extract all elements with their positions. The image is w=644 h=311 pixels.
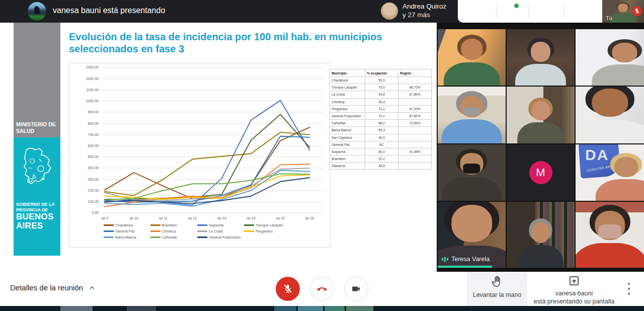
svg-text:se 16: se 16: [305, 216, 314, 220]
participant-tile-woman-pink-mask-red-shirt[interactable]: [576, 202, 644, 268]
table-cell: [398, 163, 432, 170]
more-options-button[interactable]: [625, 283, 632, 295]
os-taskbar-edge: [0, 306, 644, 311]
municipality-table: Municipio% ocupaciónRegión Chacabuco50,0…: [330, 69, 432, 170]
participant-overlay-count: y 27 más: [403, 11, 430, 19]
camera-toggle-button[interactable]: [344, 277, 368, 301]
hang-up-button[interactable]: [310, 277, 334, 301]
speaking-indicator-bar: [438, 266, 492, 268]
table-row: Bahía Blanca59,3: [330, 127, 432, 134]
participant-tile-man-looking-down-pen[interactable]: [576, 87, 644, 143]
person-silhouette: [445, 33, 499, 86]
table-column-header: Municipio: [330, 69, 365, 77]
table-cell: 59,3: [365, 127, 398, 134]
svg-text:200,00: 200,00: [88, 189, 99, 192]
table-cell: General Paz: [330, 141, 365, 148]
svg-text:1300,00: 1300,00: [86, 65, 99, 69]
raise-hand-button[interactable]: Levantar la mano: [467, 272, 527, 306]
table-cell: 73,1: [365, 105, 398, 112]
svg-text:400,00: 400,00: [88, 166, 99, 170]
participant-tile-woman-blonde-flag[interactable]: DAOCENTES ARGEN: [576, 144, 644, 201]
table-cell: 48,5: [365, 163, 398, 170]
svg-text:se 10: se 10: [130, 216, 138, 220]
legend-item: Trenque Lauquen: [244, 223, 291, 227]
table-cell: 57,20%: [398, 105, 432, 112]
self-mic-muted-badge: [632, 6, 642, 16]
participant-name: Teresa Varela: [442, 256, 490, 263]
person-silhouette: [443, 146, 500, 201]
slide-gray-band: [14, 23, 60, 137]
raise-hand-icon: [491, 275, 503, 288]
table-row: Trenque Lauquen75,048,70%: [330, 84, 432, 91]
presented-screen: MINISTERIO DE SALUD GOBIERNO DE LA PROVI…: [0, 23, 437, 272]
meeting-details-toggle[interactable]: Detalles de la reunión: [10, 283, 96, 292]
person-silhouette: [593, 37, 644, 86]
svg-text:700,00: 700,00: [88, 133, 99, 136]
table-cell: [398, 77, 432, 84]
legend-swatch: [197, 224, 207, 225]
self-view-tile[interactable]: Tú: [602, 0, 644, 23]
table-cell: 22,2: [365, 156, 398, 163]
legend-item: La Costa: [197, 229, 244, 233]
table-row: Chivilcoy30,4: [330, 98, 432, 105]
table-cell: Bahía Blanca: [330, 127, 365, 134]
chat-notification-badge: [514, 4, 519, 8]
legend-item: Cañuelas: [150, 236, 197, 239]
person-silhouette: [516, 36, 565, 86]
table-cell: [398, 98, 432, 105]
legend-swatch: [197, 230, 207, 231]
table-row: Cañuelas88,272,66%: [330, 120, 432, 127]
participant-tile-woman-closeup-speaking[interactable]: Teresa Varela: [438, 202, 506, 268]
legend-swatch: [197, 237, 207, 238]
participant-tile-man-gray-beard-blue-shirt[interactable]: [438, 87, 506, 143]
raise-hand-label: Levantar la mano: [467, 291, 527, 298]
table-row: General Pueyrredón70,167,80%: [330, 112, 432, 119]
mic-toggle-button[interactable]: [276, 277, 300, 301]
participant-tile-woman-striped-sweater-office[interactable]: [507, 87, 575, 143]
table-cell: 67,80%: [398, 112, 432, 119]
table-cell: Suipacha: [330, 148, 365, 155]
table-cell: [398, 127, 432, 134]
legend-item: Chivilcoy: [150, 229, 197, 233]
svg-text:se 15: se 15: [276, 216, 285, 220]
legend-swatch: [150, 237, 160, 238]
table-cell: Trenque Lauquen: [330, 84, 365, 91]
divider: [564, 5, 564, 18]
table-cell: Chivilcoy: [330, 98, 365, 105]
table-cell: 40,0: [365, 134, 398, 141]
table-row: La Costa93,867,80%: [330, 91, 432, 98]
svg-text:100,00: 100,00: [88, 200, 99, 203]
audio-indicator-icon: [442, 256, 448, 262]
incidence-line-chart: 0,00100,00200,00300,00400,00500,00600,00…: [69, 63, 331, 248]
presenting-status[interactable]: vanesa bauni está presentando su pantall…: [527, 272, 621, 306]
table-cell: 80,0: [365, 148, 398, 155]
province-map-graphic: [17, 146, 56, 198]
person-silhouette: [442, 89, 501, 143]
person-silhouette: [597, 151, 644, 201]
legend-swatch: [104, 230, 114, 231]
table-header-row: Municipio% ocupaciónRegión: [330, 69, 432, 77]
participant-tile-man-leaning-on-hand[interactable]: [576, 29, 644, 86]
participant-tile-woman-glasses-brick-wall[interactable]: [507, 29, 575, 86]
table-cell: 72,66%: [398, 120, 432, 127]
participant-tile-man-glasses-bookshelf[interactable]: [507, 202, 575, 268]
svg-text:se 11: se 11: [159, 216, 168, 220]
call-controls: [276, 277, 368, 301]
legend-swatch: [104, 237, 114, 238]
person-silhouette: [519, 216, 562, 268]
bottom-control-bar: Detalles de la reunión: [0, 272, 644, 306]
legend-swatch: [244, 230, 254, 231]
participant-tile-woman-red-glasses[interactable]: [438, 29, 506, 86]
present-screen-icon: [568, 274, 581, 287]
initial-avatar: M: [529, 161, 552, 184]
participant-tile-initial-avatar[interactable]: M: [507, 144, 575, 201]
legend-item: General Paz: [104, 229, 150, 233]
participant-video-grid: MDAOCENTES ARGENTeresa Varela: [437, 23, 644, 272]
top-bar: vanesa bauni está presentando Andrea Qui…: [0, 0, 644, 23]
legend-swatch: [244, 224, 254, 225]
participant-overlay-avatar: [381, 3, 398, 20]
participant-tile-woman-curly-hair-black-mask[interactable]: [438, 144, 506, 201]
table-row: Suipacha80,041,98%: [330, 148, 432, 155]
legend-swatch: [104, 224, 114, 225]
table-cell: General Pueyrredón: [330, 112, 365, 119]
